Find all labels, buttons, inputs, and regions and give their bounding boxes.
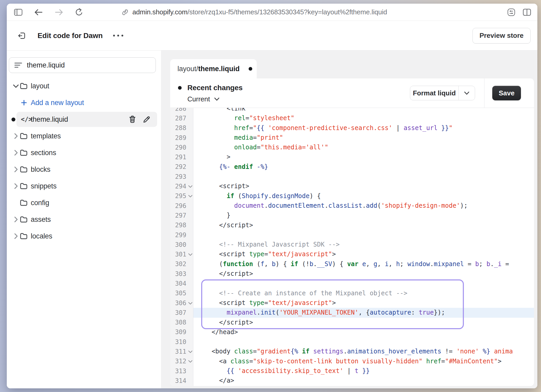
code-line-305: <!-- Create an instance of the Mixpanel …: [193, 289, 534, 298]
line-number: 309: [170, 327, 193, 337]
line-number-gutter: 2862872882892902912922932942952962972982…: [170, 108, 193, 386]
delete-file-icon[interactable]: [129, 115, 136, 123]
code-line-291: >: [193, 152, 534, 162]
code-line-286: <link: [193, 108, 534, 113]
folder-icon: [20, 133, 28, 139]
folder-label: layout: [31, 82, 49, 90]
reload-icon[interactable]: [73, 7, 85, 18]
line-number: 295: [170, 191, 193, 201]
code-line-290: onload="this.media='all'": [193, 143, 534, 152]
unsaved-dot: [11, 118, 15, 121]
exit-code-editor-icon[interactable]: [16, 30, 28, 41]
code-line-292: {%- endif -%}: [193, 162, 534, 172]
forward-icon[interactable]: [53, 7, 65, 18]
fold-chevron-icon[interactable]: [188, 302, 193, 305]
link-icon: [121, 9, 129, 16]
code-line-299: [193, 230, 534, 240]
fold-chevron-icon[interactable]: [188, 360, 193, 363]
filter-icon: [14, 62, 22, 68]
file-search-input[interactable]: theme.liquid: [9, 57, 156, 73]
address-bar[interactable]: admin.shopify.com/store/rzq1xu-f5/themes…: [121, 4, 387, 21]
code-line-307: mixpanel.init('YOUR_MIXPANEL_TOKEN', {au…: [193, 308, 534, 317]
code-line-288: href="{{ 'component-predictive-search.cs…: [193, 123, 534, 133]
fold-chevron-icon[interactable]: [188, 195, 193, 198]
save-button[interactable]: Save: [492, 86, 521, 100]
split-view-icon[interactable]: [521, 7, 533, 18]
line-number: 294: [170, 181, 193, 191]
more-actions-icon[interactable]: [113, 35, 123, 36]
chevron-right-icon[interactable]: [13, 233, 19, 239]
folder-icon: [20, 183, 28, 189]
line-number: 307: [170, 308, 193, 317]
version-dropdown[interactable]: Current: [187, 95, 219, 103]
sidebar-item-assets[interactable]: assets: [7, 211, 161, 228]
sidebar-toggle-icon[interactable]: [13, 7, 24, 18]
code-line-294: <script>: [193, 181, 534, 191]
fold-chevron-icon[interactable]: [188, 185, 193, 188]
chevron-right-icon[interactable]: [13, 183, 19, 189]
chevron-down-icon[interactable]: [13, 84, 19, 88]
add-new-layout-button[interactable]: Add a new layout: [7, 94, 161, 111]
folder-label: sections: [31, 149, 56, 157]
folder-label: locales: [31, 232, 52, 240]
line-number: 303: [170, 269, 193, 279]
preview-store-button[interactable]: Preview store: [472, 28, 531, 44]
rename-file-icon[interactable]: [143, 115, 151, 123]
line-number: 293: [170, 172, 193, 181]
app-header: Edit code for Dawn Preview store: [7, 21, 537, 51]
chevron-right-icon[interactable]: [13, 216, 19, 223]
extensions-icon[interactable]: [506, 7, 517, 18]
line-number: 298: [170, 220, 193, 230]
chevron-right-icon[interactable]: [13, 150, 19, 156]
line-number: 302: [170, 259, 193, 269]
code-line-311: <body class="gradient{% if settings.anim…: [193, 347, 534, 356]
line-number: 311: [170, 347, 193, 356]
chevron-right-icon[interactable]: [13, 133, 19, 139]
file-label: theme.liquid: [31, 115, 68, 124]
sidebar-item-config[interactable]: config: [7, 194, 161, 211]
line-number: 292: [170, 162, 193, 172]
code-line-298: </script>: [193, 220, 534, 230]
file-tree: layoutAdd a new layout</>theme.liquidtem…: [7, 78, 161, 244]
sidebar-item-sections[interactable]: sections: [7, 144, 161, 161]
url-text: admin.shopify.com/store/rzq1xu-f5/themes…: [132, 8, 387, 16]
plus-icon: [21, 100, 27, 106]
line-number: 296: [170, 201, 193, 211]
line-number: 313: [170, 366, 193, 376]
sidebar-item-locales[interactable]: locales: [7, 228, 161, 244]
sidebar-item-templates[interactable]: templates: [7, 128, 161, 144]
back-icon[interactable]: [33, 7, 44, 18]
code-line-289: media="print": [193, 133, 534, 143]
folder-icon: [20, 216, 28, 223]
chevron-right-icon[interactable]: [13, 166, 19, 173]
line-number: 314: [170, 376, 193, 385]
sidebar-item-snippets[interactable]: snippets: [7, 178, 161, 194]
line-number: 300: [170, 240, 193, 249]
line-number: 306: [170, 298, 193, 308]
fold-chevron-icon[interactable]: [188, 253, 193, 256]
format-liquid-button[interactable]: Format liquid: [410, 86, 475, 100]
folder-icon: [20, 199, 28, 206]
folder-icon: [20, 149, 28, 156]
chevron-down-icon: [464, 91, 469, 95]
sidebar-item-blocks[interactable]: blocks: [7, 161, 161, 178]
recent-changes-label: Recent changes: [187, 84, 243, 92]
tab-theme-liquid[interactable]: layout/theme.liquid: [170, 59, 257, 78]
folder-label: templates: [31, 132, 61, 140]
code-line-304: [193, 279, 534, 288]
editor-panel: layout/theme.liquid Recent changes Curre…: [161, 51, 537, 388]
code-line-308: </script>: [193, 318, 534, 327]
format-liquid-dropdown[interactable]: [458, 86, 475, 100]
code-line-296: document.documentElement.classList.add('…: [193, 201, 534, 211]
folder-label: assets: [31, 216, 51, 224]
sidebar-item-layout[interactable]: layout: [7, 78, 161, 94]
code-line-309: </head>: [193, 327, 534, 337]
code-line-310: [193, 337, 534, 347]
code-line-302: (function (f, b) { if (!b.__SV) { var e,…: [193, 259, 534, 269]
line-number: 299: [170, 230, 193, 240]
recent-changes-dot: [178, 86, 182, 90]
code-editor[interactable]: 2862872882892902912922932942952962972982…: [170, 108, 534, 386]
sidebar-item-theme-liquid[interactable]: </>theme.liquid: [7, 111, 161, 128]
line-number: 310: [170, 337, 193, 347]
fold-chevron-icon[interactable]: [188, 350, 193, 353]
